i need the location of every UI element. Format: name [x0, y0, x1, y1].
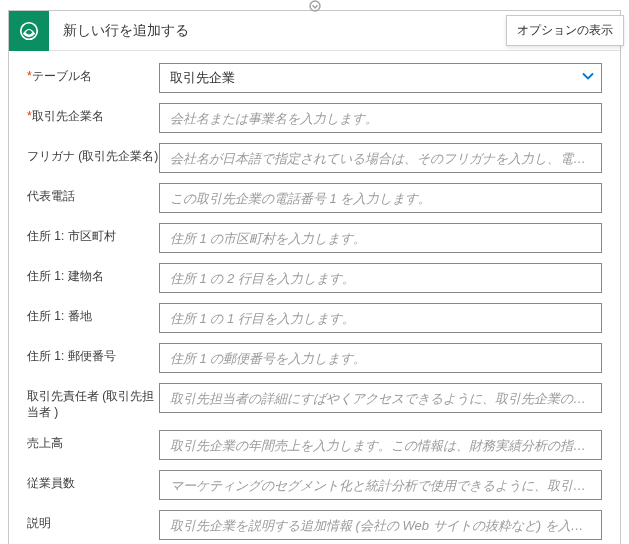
row-contact: 取引先責任者 (取引先担当者 ) — [27, 383, 602, 420]
table-name-dropdown[interactable]: 取引先企業 — [159, 63, 602, 93]
building-input[interactable] — [159, 263, 602, 293]
row-description: 説明 — [27, 510, 602, 540]
row-postal: 住所 1: 郵便番号 — [27, 343, 602, 373]
chevron-down-icon — [581, 70, 595, 87]
revenue-input[interactable] — [159, 430, 602, 460]
label-table-name: *テーブル名 — [27, 63, 159, 85]
svg-point-0 — [310, 1, 320, 11]
contact-input[interactable] — [159, 383, 602, 413]
dropdown-value: 取引先企業 — [170, 69, 235, 87]
dataverse-logo-icon — [9, 11, 49, 51]
label-account-name: *取引先企業名 — [27, 103, 159, 125]
row-furigana: フリガナ (取引先企業名) — [27, 143, 602, 173]
label-contact: 取引先責任者 (取引先担当者 ) — [27, 383, 159, 420]
row-table-name: *テーブル名 取引先企業 — [27, 63, 602, 93]
row-main-phone: 代表電話 — [27, 183, 602, 213]
insert-arrow-icon — [304, 0, 326, 19]
row-building: 住所 1: 建物名 — [27, 263, 602, 293]
label-employees: 従業員数 — [27, 470, 159, 492]
label-furigana: フリガナ (取引先企業名) — [27, 143, 159, 165]
row-city: 住所 1: 市区町村 — [27, 223, 602, 253]
label-description: 説明 — [27, 510, 159, 532]
action-card: 新しい行を追加する オプションの表示 *テーブル名 取引先企業 *取引先企業名 … — [8, 10, 621, 544]
city-input[interactable] — [159, 223, 602, 253]
label-building: 住所 1: 建物名 — [27, 263, 159, 285]
options-tooltip: オプションの表示 — [506, 15, 624, 46]
form-body: *テーブル名 取引先企業 *取引先企業名 フリガナ (取引先企業名) 代表電話 — [9, 51, 620, 544]
description-input[interactable] — [159, 510, 602, 540]
row-account-name: *取引先企業名 — [27, 103, 602, 133]
main-phone-input[interactable] — [159, 183, 602, 213]
postal-input[interactable] — [159, 343, 602, 373]
label-city: 住所 1: 市区町村 — [27, 223, 159, 245]
label-street: 住所 1: 番地 — [27, 303, 159, 325]
account-name-input[interactable] — [159, 103, 602, 133]
card-title: 新しい行を追加する — [49, 22, 189, 40]
furigana-input[interactable] — [159, 143, 602, 173]
label-main-phone: 代表電話 — [27, 183, 159, 205]
row-street: 住所 1: 番地 — [27, 303, 602, 333]
label-revenue: 売上高 — [27, 430, 159, 452]
employees-input[interactable] — [159, 470, 602, 500]
label-postal: 住所 1: 郵便番号 — [27, 343, 159, 365]
street-input[interactable] — [159, 303, 602, 333]
row-revenue: 売上高 — [27, 430, 602, 460]
row-employees: 従業員数 — [27, 470, 602, 500]
